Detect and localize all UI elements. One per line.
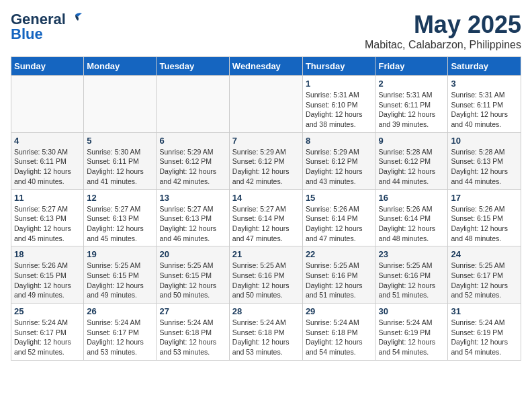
day-info: Sunrise: 5:27 AM Sunset: 6:13 PM Dayligh… xyxy=(14,204,81,244)
day-info: Sunrise: 5:25 AM Sunset: 6:15 PM Dayligh… xyxy=(87,261,153,300)
day-info: Sunrise: 5:26 AM Sunset: 6:14 PM Dayligh… xyxy=(306,204,373,244)
calendar-cell: 4Sunrise: 5:30 AM Sunset: 6:11 PM Daylig… xyxy=(11,132,84,189)
day-number: 5 xyxy=(87,136,153,146)
calendar-cell: 27Sunrise: 5:24 AM Sunset: 6:18 PM Dayli… xyxy=(157,304,229,361)
page-subtitle: Mabitac, Calabarzon, Philippines xyxy=(365,39,521,51)
calendar-cell: 17Sunrise: 5:26 AM Sunset: 6:15 PM Dayli… xyxy=(448,189,521,246)
day-number: 17 xyxy=(451,193,518,203)
day-number: 9 xyxy=(378,136,445,146)
logo-blue: Blue xyxy=(11,26,43,43)
calendar-cell: 10Sunrise: 5:28 AM Sunset: 6:13 PM Dayli… xyxy=(448,132,521,189)
day-number: 2 xyxy=(378,79,445,89)
day-number: 13 xyxy=(159,193,226,203)
calendar-cell: 29Sunrise: 5:24 AM Sunset: 6:18 PM Dayli… xyxy=(302,304,375,361)
day-number: 7 xyxy=(232,136,300,146)
day-info: Sunrise: 5:26 AM Sunset: 6:14 PM Dayligh… xyxy=(378,204,445,244)
calendar-cell: 3Sunrise: 5:31 AM Sunset: 6:11 PM Daylig… xyxy=(448,76,521,133)
week-row-1: 1Sunrise: 5:31 AM Sunset: 6:10 PM Daylig… xyxy=(11,76,521,133)
calendar-cell: 12Sunrise: 5:27 AM Sunset: 6:13 PM Dayli… xyxy=(84,189,157,246)
calendar-cell: 26Sunrise: 5:24 AM Sunset: 6:17 PM Dayli… xyxy=(84,304,157,361)
calendar-cell xyxy=(84,76,157,133)
day-info: Sunrise: 5:27 AM Sunset: 6:13 PM Dayligh… xyxy=(87,204,153,244)
day-info: Sunrise: 5:24 AM Sunset: 6:18 PM Dayligh… xyxy=(232,318,300,357)
day-info: Sunrise: 5:26 AM Sunset: 6:15 PM Dayligh… xyxy=(451,204,518,244)
day-number: 29 xyxy=(306,306,373,316)
day-number: 8 xyxy=(306,136,373,146)
day-number: 23 xyxy=(378,249,445,259)
day-info: Sunrise: 5:24 AM Sunset: 6:18 PM Dayligh… xyxy=(306,318,373,357)
day-number: 25 xyxy=(14,306,81,316)
day-info: Sunrise: 5:24 AM Sunset: 6:19 PM Dayligh… xyxy=(378,318,445,357)
logo: General Blue xyxy=(11,11,83,43)
calendar-cell: 18Sunrise: 5:26 AM Sunset: 6:15 PM Dayli… xyxy=(11,246,84,304)
day-info: Sunrise: 5:30 AM Sunset: 6:11 PM Dayligh… xyxy=(14,147,81,187)
week-row-5: 25Sunrise: 5:24 AM Sunset: 6:17 PM Dayli… xyxy=(11,304,521,361)
calendar-cell: 31Sunrise: 5:24 AM Sunset: 6:19 PM Dayli… xyxy=(448,304,521,361)
day-number: 1 xyxy=(306,79,373,89)
day-info: Sunrise: 5:29 AM Sunset: 6:12 PM Dayligh… xyxy=(306,147,373,187)
day-number: 12 xyxy=(87,193,153,203)
day-info: Sunrise: 5:27 AM Sunset: 6:14 PM Dayligh… xyxy=(232,204,300,244)
calendar-cell: 8Sunrise: 5:29 AM Sunset: 6:12 PM Daylig… xyxy=(302,132,375,189)
day-info: Sunrise: 5:31 AM Sunset: 6:11 PM Dayligh… xyxy=(451,90,518,130)
weekday-header-sunday: Sunday xyxy=(11,57,84,76)
day-number: 21 xyxy=(232,249,300,259)
logo-bird-icon xyxy=(69,12,83,24)
week-row-2: 4Sunrise: 5:30 AM Sunset: 6:11 PM Daylig… xyxy=(11,132,521,189)
day-info: Sunrise: 5:30 AM Sunset: 6:11 PM Dayligh… xyxy=(87,147,153,187)
day-info: Sunrise: 5:25 AM Sunset: 6:16 PM Dayligh… xyxy=(306,261,373,300)
day-info: Sunrise: 5:25 AM Sunset: 6:16 PM Dayligh… xyxy=(232,261,300,300)
calendar-cell: 7Sunrise: 5:29 AM Sunset: 6:12 PM Daylig… xyxy=(229,132,302,189)
calendar-cell: 20Sunrise: 5:25 AM Sunset: 6:15 PM Dayli… xyxy=(157,246,229,304)
weekday-header-thursday: Thursday xyxy=(302,57,375,76)
calendar-cell: 13Sunrise: 5:27 AM Sunset: 6:13 PM Dayli… xyxy=(157,189,229,246)
page-title: May 2025 xyxy=(365,11,521,39)
weekday-header-monday: Monday xyxy=(84,57,157,76)
day-number: 18 xyxy=(14,249,81,259)
day-info: Sunrise: 5:25 AM Sunset: 6:16 PM Dayligh… xyxy=(378,261,445,300)
day-number: 14 xyxy=(232,193,300,203)
day-number: 28 xyxy=(232,306,300,316)
day-info: Sunrise: 5:24 AM Sunset: 6:17 PM Dayligh… xyxy=(87,318,153,357)
calendar-cell: 22Sunrise: 5:25 AM Sunset: 6:16 PM Dayli… xyxy=(302,246,375,304)
day-number: 10 xyxy=(451,136,518,146)
day-number: 15 xyxy=(306,193,373,203)
calendar-cell xyxy=(11,76,84,133)
weekday-header-tuesday: Tuesday xyxy=(157,57,229,76)
calendar-cell: 21Sunrise: 5:25 AM Sunset: 6:16 PM Dayli… xyxy=(229,246,302,304)
weekday-header-friday: Friday xyxy=(375,57,448,76)
day-info: Sunrise: 5:28 AM Sunset: 6:13 PM Dayligh… xyxy=(451,147,518,187)
day-number: 6 xyxy=(159,136,226,146)
day-info: Sunrise: 5:29 AM Sunset: 6:12 PM Dayligh… xyxy=(232,147,300,187)
calendar-cell: 6Sunrise: 5:29 AM Sunset: 6:12 PM Daylig… xyxy=(157,132,229,189)
day-info: Sunrise: 5:31 AM Sunset: 6:10 PM Dayligh… xyxy=(306,90,373,130)
day-number: 22 xyxy=(306,249,373,259)
calendar-cell: 2Sunrise: 5:31 AM Sunset: 6:11 PM Daylig… xyxy=(375,76,448,133)
day-info: Sunrise: 5:25 AM Sunset: 6:15 PM Dayligh… xyxy=(159,261,226,300)
title-block: May 2025 Mabitac, Calabarzon, Philippine… xyxy=(365,11,521,51)
calendar-cell: 1Sunrise: 5:31 AM Sunset: 6:10 PM Daylig… xyxy=(302,76,375,133)
day-info: Sunrise: 5:24 AM Sunset: 6:19 PM Dayligh… xyxy=(451,318,518,357)
day-number: 31 xyxy=(451,306,518,316)
day-number: 3 xyxy=(451,79,518,89)
day-number: 26 xyxy=(87,306,153,316)
day-number: 20 xyxy=(159,249,226,259)
day-info: Sunrise: 5:24 AM Sunset: 6:18 PM Dayligh… xyxy=(159,318,226,357)
day-number: 11 xyxy=(14,193,81,203)
calendar-cell: 24Sunrise: 5:25 AM Sunset: 6:17 PM Dayli… xyxy=(448,246,521,304)
day-info: Sunrise: 5:25 AM Sunset: 6:17 PM Dayligh… xyxy=(451,261,518,300)
calendar-cell: 9Sunrise: 5:28 AM Sunset: 6:12 PM Daylig… xyxy=(375,132,448,189)
calendar-cell: 14Sunrise: 5:27 AM Sunset: 6:14 PM Dayli… xyxy=(229,189,302,246)
week-row-3: 11Sunrise: 5:27 AM Sunset: 6:13 PM Dayli… xyxy=(11,189,521,246)
weekday-header-saturday: Saturday xyxy=(448,57,521,76)
day-number: 19 xyxy=(87,249,153,259)
calendar-cell xyxy=(157,76,229,133)
day-info: Sunrise: 5:24 AM Sunset: 6:17 PM Dayligh… xyxy=(14,318,81,357)
calendar-cell: 11Sunrise: 5:27 AM Sunset: 6:13 PM Dayli… xyxy=(11,189,84,246)
calendar-cell: 25Sunrise: 5:24 AM Sunset: 6:17 PM Dayli… xyxy=(11,304,84,361)
calendar-cell: 15Sunrise: 5:26 AM Sunset: 6:14 PM Dayli… xyxy=(302,189,375,246)
calendar-cell: 19Sunrise: 5:25 AM Sunset: 6:15 PM Dayli… xyxy=(84,246,157,304)
calendar-cell: 16Sunrise: 5:26 AM Sunset: 6:14 PM Dayli… xyxy=(375,189,448,246)
calendar-cell: 28Sunrise: 5:24 AM Sunset: 6:18 PM Dayli… xyxy=(229,304,302,361)
day-number: 27 xyxy=(159,306,226,316)
